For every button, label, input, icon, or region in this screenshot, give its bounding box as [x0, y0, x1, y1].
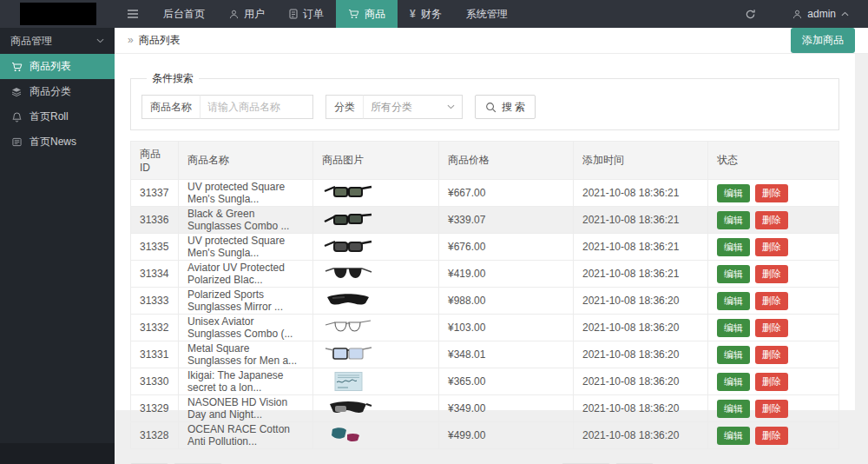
delete-button[interactable]: 删除: [755, 373, 788, 391]
product-name-input[interactable]: [201, 95, 313, 119]
product-name-cell: Black & Green Sunglasses Combo ...: [179, 207, 313, 234]
delete-button[interactable]: 删除: [755, 265, 788, 283]
content-card: 条件搜索 商品名称 分类 所有分类 搜 索: [115, 54, 855, 410]
nav-item-label: 后台首页: [163, 7, 205, 22]
product-time-cell: 2021-10-08 18:36:20: [574, 288, 708, 315]
delete-button[interactable]: 删除: [755, 211, 788, 229]
product-status-cell: 编辑删除: [708, 422, 839, 449]
category-select[interactable]: 所有分类: [364, 95, 463, 119]
delete-button[interactable]: 删除: [755, 346, 788, 364]
column-header: 添加时间: [574, 142, 708, 180]
nav-item-finance[interactable]: ¥财务: [398, 0, 454, 28]
product-name-cell: NASONEB HD Vision Day and Night...: [179, 395, 313, 422]
product-name-cell: Aviator UV Protected Polarized Blac...: [179, 261, 313, 288]
edit-button[interactable]: 编辑: [717, 292, 750, 310]
search-row: 商品名称 分类 所有分类 搜 索: [141, 95, 828, 119]
sidebar-nav: 商品列表商品分类首页Roll首页News: [0, 54, 115, 155]
category-group: 分类 所有分类: [326, 95, 463, 119]
delete-button[interactable]: 删除: [755, 184, 788, 202]
product-image-cell: [313, 315, 439, 341]
news-icon: [10, 137, 23, 147]
table-row: 31336Black & Green Sunglasses Combo ...¥…: [131, 207, 839, 234]
table-row: 31332Unisex Aviator Sunglasses Combo (..…: [131, 315, 839, 341]
edit-button[interactable]: 编辑: [717, 265, 750, 283]
sidebar-item-label: 商品分类: [30, 84, 71, 99]
product-id-cell: 31330: [131, 368, 179, 395]
product-name-cell: OCEAN RACE Cotton Anti Pollution...: [179, 422, 313, 449]
book-image: [322, 372, 430, 391]
product-image-cell: [313, 341, 439, 368]
edit-button[interactable]: 编辑: [717, 427, 750, 445]
column-header: 状态: [708, 142, 839, 180]
sunglasses-combo-image: [322, 210, 430, 229]
edit-button[interactable]: 编辑: [717, 373, 750, 391]
top-navbar: 后台首页用户订单商品¥财务系统管理 admin: [0, 0, 868, 28]
product-status-cell: 编辑删除: [708, 207, 839, 234]
edit-button[interactable]: 编辑: [717, 400, 750, 418]
product-name-cell: UV protected Square Men's Sungla...: [179, 180, 313, 207]
nav-item-home[interactable]: 后台首页: [151, 0, 217, 28]
yen-icon: ¥: [410, 8, 416, 20]
cart-icon: [10, 62, 23, 72]
product-status-cell: 编辑删除: [708, 288, 839, 315]
product-time-cell: 2021-10-08 18:36:21: [574, 261, 708, 288]
column-header: 商品ID: [131, 142, 179, 180]
edit-button[interactable]: 编辑: [717, 319, 750, 337]
product-id-cell: 31337: [131, 180, 179, 207]
sidebar-item-home-news[interactable]: 首页News: [0, 129, 115, 155]
nav-item-system[interactable]: 系统管理: [454, 0, 520, 28]
nav-item-goods[interactable]: 商品: [336, 0, 398, 28]
chevron-up-icon: [841, 11, 849, 17]
nav-item-label: 财务: [421, 7, 442, 22]
product-name-cell: UV protected Square Men's Sungla...: [179, 234, 313, 261]
nav-item-users[interactable]: 用户: [217, 0, 277, 28]
product-id-cell: 31335: [131, 234, 179, 261]
product-time-cell: 2021-10-08 18:36:21: [574, 180, 708, 207]
sidebar-item-home-roll[interactable]: 首页Roll: [0, 104, 115, 129]
edit-button[interactable]: 编辑: [717, 346, 750, 364]
sidebar-toggle-button[interactable]: [115, 0, 151, 28]
hamburger-icon: [127, 9, 139, 19]
table-row: 31334Aviator UV Protected Polarized Blac…: [131, 261, 839, 288]
sunglasses-dark2-image: [322, 237, 430, 256]
delete-button[interactable]: 删除: [755, 238, 788, 256]
product-name-label: 商品名称: [141, 95, 201, 119]
product-image-cell: [313, 368, 439, 395]
products-table: 商品ID商品名称商品图片商品价格添加时间状态 31337UV protected…: [130, 141, 839, 449]
edit-button[interactable]: 编辑: [717, 211, 750, 229]
product-image-cell: [313, 180, 439, 207]
delete-button[interactable]: 删除: [755, 319, 788, 337]
search-button[interactable]: 搜 索: [475, 95, 536, 119]
product-id-cell: 31334: [131, 261, 179, 288]
product-time-cell: 2021-10-08 18:36:21: [574, 207, 708, 234]
sunglasses-dark-image: [322, 183, 430, 202]
table-row: 31328OCEAN RACE Cotton Anti Pollution...…: [131, 422, 839, 449]
user-menu-button[interactable]: admin: [780, 0, 861, 28]
sidebar-item-product-list[interactable]: 商品列表: [0, 54, 115, 79]
product-image-cell: [313, 422, 439, 449]
breadcrumb: »商品列表: [128, 33, 181, 48]
table-row: 31335UV protected Square Men's Sungla...…: [131, 234, 839, 261]
product-price-cell: ¥499.00: [439, 422, 574, 449]
sidebar-group-product-management[interactable]: 商品管理: [0, 28, 115, 54]
delete-button[interactable]: 删除: [755, 400, 788, 418]
edit-button[interactable]: 编辑: [717, 238, 750, 256]
product-time-cell: 2021-10-08 18:36:20: [574, 422, 708, 449]
edit-button[interactable]: 编辑: [717, 184, 750, 202]
refresh-icon: [745, 9, 756, 20]
search-button-label: 搜 索: [502, 100, 525, 115]
delete-button[interactable]: 删除: [755, 292, 788, 310]
column-header: 商品名称: [179, 142, 313, 180]
product-status-cell: 编辑删除: [708, 180, 839, 207]
table-row: 31333Polarized Sports Sunglasses Mirror …: [131, 288, 839, 315]
sidebar-group-label: 商品管理: [10, 34, 52, 49]
sidebar-item-label: 首页Roll: [30, 109, 69, 124]
doc-icon: [289, 9, 298, 19]
refresh-button[interactable]: [733, 0, 768, 28]
nav-item-orders[interactable]: 订单: [277, 0, 336, 28]
square-blue-image: [322, 345, 430, 364]
add-product-button[interactable]: 添加商品: [791, 28, 855, 53]
search-panel-legend: 条件搜索: [147, 71, 199, 86]
delete-button[interactable]: 删除: [755, 427, 788, 445]
sidebar-item-product-category[interactable]: 商品分类: [0, 79, 115, 104]
